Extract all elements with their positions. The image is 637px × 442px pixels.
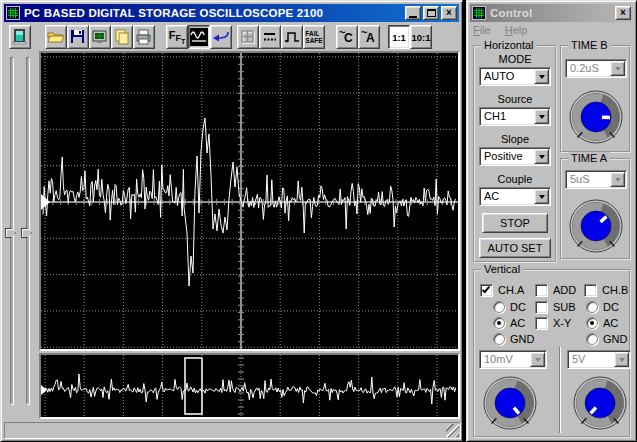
status-bar xyxy=(4,422,461,439)
time-b-select: 0.2uS xyxy=(565,59,627,78)
main-scope-canvas xyxy=(41,53,458,349)
horizontal-group-label: Horizontal xyxy=(481,39,537,51)
stop-button[interactable]: STOP xyxy=(482,213,548,233)
open-button[interactable] xyxy=(45,25,67,49)
vertical-divider xyxy=(559,347,561,433)
couple-dropdown-arrow[interactable] xyxy=(534,189,549,204)
chevron-down-icon xyxy=(619,358,625,365)
screen-icon xyxy=(91,28,109,46)
overview-scope-display[interactable] xyxy=(39,353,460,419)
slope-select[interactable]: Positive xyxy=(479,147,551,166)
source-value: CH1 xyxy=(484,110,506,122)
minimize-button[interactable] xyxy=(405,6,421,20)
fft-button[interactable]: FFT xyxy=(166,25,188,49)
slope-value: Positive xyxy=(484,150,523,162)
open-folder-icon xyxy=(47,28,65,46)
sub-checkbox[interactable] xyxy=(535,301,548,314)
mode-label: MODE xyxy=(475,53,555,65)
channel-a-position-thumb[interactable] xyxy=(5,228,16,238)
source-select[interactable]: CH1 xyxy=(479,107,551,126)
chevron-down-icon xyxy=(615,67,621,74)
ch-b-gnd-radio[interactable] xyxy=(586,333,598,345)
ch-a-gnd-label: GND xyxy=(510,333,534,345)
cal-a-icon: ~A xyxy=(361,28,377,46)
chevron-down-icon xyxy=(539,75,545,82)
x-y-checkbox[interactable] xyxy=(535,317,548,330)
chevron-down-icon xyxy=(539,155,545,162)
ch-a-dc-radio[interactable] xyxy=(493,301,505,313)
undo-button[interactable] xyxy=(210,25,232,49)
screen-capture-button[interactable] xyxy=(89,25,111,49)
calibrate-c-button[interactable]: ~C xyxy=(336,25,358,49)
overview-scope-canvas[interactable] xyxy=(41,355,458,417)
ch-b-dc-radio[interactable] xyxy=(586,301,598,313)
time-b-dropdown-arrow xyxy=(610,61,625,76)
copy-pages-icon xyxy=(113,28,131,46)
time-b-group: TIME B 0.2uS xyxy=(560,45,631,153)
resize-grip[interactable] xyxy=(446,424,459,437)
ch-a-ac-label: AC xyxy=(510,317,525,329)
ch-b-dc-label: DC xyxy=(603,301,619,313)
ch-a-gnd-radio[interactable] xyxy=(493,333,505,345)
auto-set-button[interactable]: AUTO SET xyxy=(479,238,551,258)
add-checkbox[interactable] xyxy=(535,284,548,297)
menu-help[interactable]: Help xyxy=(505,24,528,39)
control-close-icon: × xyxy=(620,8,626,18)
menu-file[interactable]: File xyxy=(473,24,491,39)
failsafe-button[interactable]: FAILSAFE xyxy=(303,25,325,49)
time-a-knob[interactable] xyxy=(568,198,624,254)
cal-c-icon: ~C xyxy=(339,28,355,46)
window-title: PC BASED DIGITAL STORAGE OSCILLOSCOPE 21… xyxy=(24,7,323,19)
ch-b-checkbox[interactable] xyxy=(584,284,597,297)
print-button[interactable] xyxy=(133,25,155,49)
mode-select[interactable]: AUTO xyxy=(479,67,551,86)
source-label: Source xyxy=(475,93,555,105)
couple-value: AC xyxy=(484,190,499,202)
maximize-button[interactable] xyxy=(423,6,439,20)
couple-select[interactable]: AC xyxy=(479,187,551,206)
chevron-down-icon xyxy=(539,195,545,202)
time-a-dropdown-arrow xyxy=(610,172,625,187)
calibrate-a-button[interactable]: ~A xyxy=(358,25,380,49)
probe-10-1-button[interactable]: 10:1 xyxy=(410,25,432,49)
probe-1-1-button[interactable]: 1:1 xyxy=(388,25,410,49)
channel-b-position-thumb[interactable] xyxy=(21,228,32,238)
chevron-down-icon xyxy=(535,358,541,365)
mode-dropdown-arrow[interactable] xyxy=(534,69,549,84)
waveform-display-button[interactable] xyxy=(188,25,210,49)
mode-value: AUTO xyxy=(484,70,514,82)
grid-icon xyxy=(239,28,257,46)
ch-b-volts-arrow xyxy=(614,352,629,367)
ch-b-gain-knob[interactable] xyxy=(572,375,628,431)
add-label: ADD xyxy=(553,284,576,296)
return-arrow-icon xyxy=(212,28,230,46)
ch-b-volts-value: 5V xyxy=(572,353,585,365)
grid-toggle-button[interactable] xyxy=(237,25,259,49)
ch-a-gain-knob[interactable] xyxy=(482,375,538,431)
sub-label: SUB xyxy=(553,301,576,313)
close-button[interactable]: × xyxy=(441,6,457,20)
chevron-down-icon xyxy=(539,115,545,122)
time-b-group-label: TIME B xyxy=(568,39,611,51)
time-b-knob[interactable] xyxy=(568,89,624,145)
exit-button[interactable] xyxy=(9,25,31,49)
source-dropdown-arrow[interactable] xyxy=(534,109,549,124)
ch-a-ac-radio[interactable] xyxy=(493,317,505,329)
ch-b-ac-radio[interactable] xyxy=(586,317,598,329)
vertical-group-label: Vertical xyxy=(481,263,523,275)
square-wave-icon xyxy=(283,28,301,46)
line-style-button[interactable] xyxy=(259,25,281,49)
trigger-slope-button[interactable] xyxy=(281,25,303,49)
ch-a-checkbox[interactable] xyxy=(480,284,493,297)
main-titlebar[interactable]: PC BASED DIGITAL STORAGE OSCILLOSCOPE 21… xyxy=(4,4,459,22)
slope-dropdown-arrow[interactable] xyxy=(534,149,549,164)
chevron-down-icon xyxy=(615,178,621,185)
copy-button[interactable] xyxy=(111,25,133,49)
control-titlebar[interactable]: Control × xyxy=(470,4,633,22)
check-icon xyxy=(482,285,490,294)
save-button[interactable] xyxy=(67,25,89,49)
vertical-group: Vertical CH.A ADD CH.B DC SUB DC AC X-Y … xyxy=(473,269,631,438)
oscilloscope-window: PC BASED DIGITAL STORAGE OSCILLOSCOPE 21… xyxy=(0,0,463,442)
control-close-button[interactable]: × xyxy=(615,6,631,20)
ch-b-label: CH.B xyxy=(602,284,628,296)
